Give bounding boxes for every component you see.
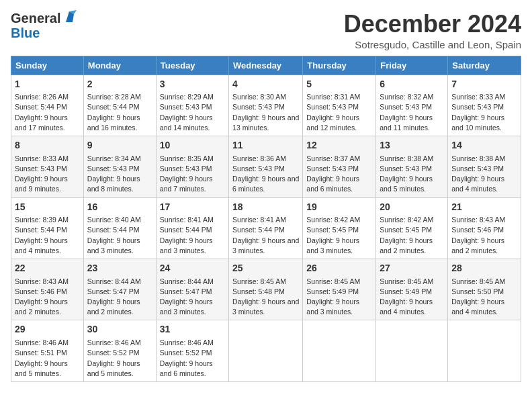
calendar-cell: 29Sunrise: 8:46 AMSunset: 5:51 PMDayligh…	[11, 320, 84, 381]
day-number: 2	[87, 78, 152, 91]
column-header-monday: Monday	[83, 56, 156, 75]
week-row-3: 15Sunrise: 8:39 AMSunset: 5:44 PMDayligh…	[11, 197, 521, 259]
day-info: Sunrise: 8:31 AMSunset: 5:43 PMDaylight:…	[306, 92, 372, 133]
column-header-thursday: Thursday	[303, 56, 376, 75]
calendar-cell: 31Sunrise: 8:46 AMSunset: 5:52 PMDayligh…	[156, 320, 228, 381]
calendar-cell: 19Sunrise: 8:42 AMSunset: 5:45 PMDayligh…	[303, 197, 376, 259]
calendar-cell	[448, 320, 521, 381]
day-number: 7	[451, 78, 517, 91]
day-info: Sunrise: 8:44 AMSunset: 5:47 PMDaylight:…	[87, 277, 152, 318]
calendar-cell: 24Sunrise: 8:44 AMSunset: 5:47 PMDayligh…	[156, 259, 228, 320]
calendar-cell: 17Sunrise: 8:41 AMSunset: 5:44 PMDayligh…	[156, 197, 228, 259]
day-number: 31	[160, 323, 225, 336]
day-number: 13	[380, 139, 444, 152]
calendar-header-row: SundayMondayTuesdayWednesdayThursdayFrid…	[11, 56, 521, 75]
day-info: Sunrise: 8:37 AMSunset: 5:43 PMDaylight:…	[306, 154, 372, 195]
calendar-cell: 28Sunrise: 8:45 AMSunset: 5:50 PMDayligh…	[448, 259, 521, 320]
logo-general-text: General	[11, 11, 60, 26]
calendar-cell: 16Sunrise: 8:40 AMSunset: 5:44 PMDayligh…	[83, 197, 156, 259]
day-number: 22	[15, 262, 80, 275]
calendar-cell: 12Sunrise: 8:37 AMSunset: 5:43 PMDayligh…	[303, 136, 376, 197]
day-info: Sunrise: 8:33 AMSunset: 5:43 PMDaylight:…	[451, 92, 517, 133]
day-info: Sunrise: 8:35 AMSunset: 5:43 PMDaylight:…	[160, 154, 225, 195]
day-number: 9	[87, 139, 152, 152]
day-info: Sunrise: 8:36 AMSunset: 5:43 PMDaylight:…	[232, 154, 299, 195]
calendar-table: SundayMondayTuesdayWednesdayThursdayFrid…	[11, 56, 521, 382]
calendar-cell: 30Sunrise: 8:46 AMSunset: 5:52 PMDayligh…	[83, 320, 156, 381]
calendar-cell: 7Sunrise: 8:33 AMSunset: 5:43 PMDaylight…	[448, 75, 521, 136]
day-info: Sunrise: 8:45 AMSunset: 5:49 PMDaylight:…	[306, 277, 372, 318]
calendar-cell: 2Sunrise: 8:28 AMSunset: 5:44 PMDaylight…	[83, 75, 156, 136]
column-header-wednesday: Wednesday	[229, 56, 303, 75]
day-info: Sunrise: 8:39 AMSunset: 5:44 PMDaylight:…	[15, 215, 80, 256]
calendar-cell: 6Sunrise: 8:32 AMSunset: 5:43 PMDaylight…	[376, 75, 448, 136]
day-number: 5	[306, 78, 372, 91]
calendar-cell: 26Sunrise: 8:45 AMSunset: 5:49 PMDayligh…	[303, 259, 376, 320]
calendar-cell: 27Sunrise: 8:45 AMSunset: 5:49 PMDayligh…	[376, 259, 448, 320]
week-row-5: 29Sunrise: 8:46 AMSunset: 5:51 PMDayligh…	[11, 320, 521, 381]
day-info: Sunrise: 8:46 AMSunset: 5:52 PMDaylight:…	[160, 338, 225, 379]
day-info: Sunrise: 8:26 AMSunset: 5:44 PMDaylight:…	[15, 92, 80, 133]
calendar-cell: 4Sunrise: 8:30 AMSunset: 5:43 PMDaylight…	[229, 75, 303, 136]
week-row-1: 1Sunrise: 8:26 AMSunset: 5:44 PMDaylight…	[11, 75, 521, 136]
day-number: 3	[160, 78, 225, 91]
calendar-cell: 23Sunrise: 8:44 AMSunset: 5:47 PMDayligh…	[83, 259, 156, 320]
location-title: Sotresgudo, Castille and Leon, Spain	[344, 39, 521, 50]
calendar-cell: 8Sunrise: 8:33 AMSunset: 5:43 PMDaylight…	[11, 136, 84, 197]
week-row-4: 22Sunrise: 8:43 AMSunset: 5:46 PMDayligh…	[11, 259, 521, 320]
day-number: 12	[306, 139, 372, 152]
column-header-sunday: Sunday	[11, 56, 84, 75]
day-number: 25	[232, 262, 299, 275]
day-info: Sunrise: 8:43 AMSunset: 5:46 PMDaylight:…	[451, 215, 517, 256]
day-number: 30	[87, 323, 152, 336]
day-info: Sunrise: 8:46 AMSunset: 5:51 PMDaylight:…	[15, 338, 80, 379]
day-info: Sunrise: 8:44 AMSunset: 5:47 PMDaylight:…	[160, 277, 225, 318]
column-header-friday: Friday	[376, 56, 448, 75]
day-info: Sunrise: 8:29 AMSunset: 5:43 PMDaylight:…	[160, 92, 225, 133]
day-info: Sunrise: 8:38 AMSunset: 5:43 PMDaylight:…	[451, 154, 517, 195]
calendar-cell: 9Sunrise: 8:34 AMSunset: 5:43 PMDaylight…	[83, 136, 156, 197]
day-number: 10	[160, 139, 225, 152]
day-number: 4	[232, 78, 299, 91]
day-number: 20	[380, 201, 444, 214]
calendar-cell	[229, 320, 303, 381]
day-info: Sunrise: 8:40 AMSunset: 5:44 PMDaylight:…	[87, 215, 152, 256]
header: General Blue December 2024 Sotresgudo, C…	[11, 11, 521, 50]
calendar-cell: 10Sunrise: 8:35 AMSunset: 5:43 PMDayligh…	[156, 136, 228, 197]
title-area: December 2024 Sotresgudo, Castille and L…	[344, 11, 521, 50]
day-number: 11	[232, 139, 299, 152]
day-number: 28	[451, 262, 517, 275]
calendar-cell: 25Sunrise: 8:45 AMSunset: 5:48 PMDayligh…	[229, 259, 303, 320]
calendar-cell: 22Sunrise: 8:43 AMSunset: 5:46 PMDayligh…	[11, 259, 84, 320]
day-info: Sunrise: 8:32 AMSunset: 5:43 PMDaylight:…	[380, 92, 444, 133]
day-info: Sunrise: 8:33 AMSunset: 5:43 PMDaylight:…	[15, 154, 80, 195]
calendar-cell: 14Sunrise: 8:38 AMSunset: 5:43 PMDayligh…	[448, 136, 521, 197]
column-header-saturday: Saturday	[448, 56, 521, 75]
day-number: 15	[15, 201, 80, 214]
day-number: 29	[15, 323, 80, 336]
day-info: Sunrise: 8:28 AMSunset: 5:44 PMDaylight:…	[87, 92, 152, 133]
day-info: Sunrise: 8:42 AMSunset: 5:45 PMDaylight:…	[306, 215, 372, 256]
week-row-2: 8Sunrise: 8:33 AMSunset: 5:43 PMDaylight…	[11, 136, 521, 197]
day-info: Sunrise: 8:43 AMSunset: 5:46 PMDaylight:…	[15, 277, 80, 318]
day-info: Sunrise: 8:45 AMSunset: 5:48 PMDaylight:…	[232, 277, 299, 318]
day-info: Sunrise: 8:42 AMSunset: 5:45 PMDaylight:…	[380, 215, 444, 256]
calendar-cell: 15Sunrise: 8:39 AMSunset: 5:44 PMDayligh…	[11, 197, 84, 259]
day-number: 24	[160, 262, 225, 275]
column-header-tuesday: Tuesday	[156, 56, 228, 75]
day-number: 8	[15, 139, 80, 152]
day-number: 14	[451, 139, 517, 152]
logo-blue-text: Blue	[11, 26, 77, 40]
day-number: 26	[306, 262, 372, 275]
logo: General Blue	[11, 11, 77, 40]
day-number: 16	[87, 201, 152, 214]
calendar-cell: 1Sunrise: 8:26 AMSunset: 5:44 PMDaylight…	[11, 75, 84, 136]
day-number: 23	[87, 262, 152, 275]
day-info: Sunrise: 8:41 AMSunset: 5:44 PMDaylight:…	[160, 215, 225, 256]
day-info: Sunrise: 8:41 AMSunset: 5:44 PMDaylight:…	[232, 215, 299, 256]
calendar-cell: 20Sunrise: 8:42 AMSunset: 5:45 PMDayligh…	[376, 197, 448, 259]
day-info: Sunrise: 8:30 AMSunset: 5:43 PMDaylight:…	[232, 92, 299, 133]
day-info: Sunrise: 8:34 AMSunset: 5:43 PMDaylight:…	[87, 154, 152, 195]
day-info: Sunrise: 8:46 AMSunset: 5:52 PMDaylight:…	[87, 338, 152, 379]
logo-triangle-icon	[62, 10, 77, 25]
